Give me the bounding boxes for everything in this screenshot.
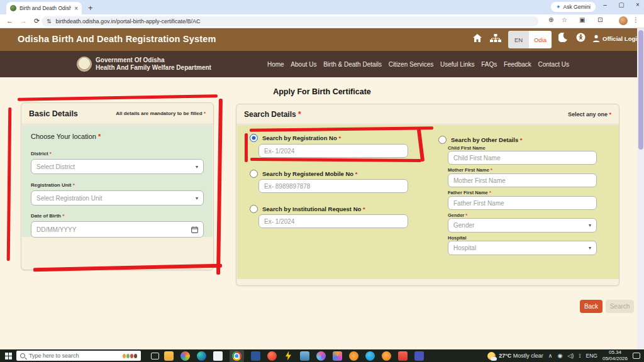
browser-back-button[interactable]: ← <box>6 17 13 25</box>
child-first-name-label: Child First Name <box>448 145 486 151</box>
sticky-notes-icon[interactable] <box>349 351 358 361</box>
new-tab-button[interactable]: + <box>88 3 93 13</box>
blender-icon[interactable] <box>382 351 391 361</box>
language-en-button[interactable]: EN <box>508 31 529 48</box>
ask-gemini-button[interactable]: ✦ Ask Gemini <box>551 2 596 12</box>
window-restore-button[interactable]: ▢ <box>616 1 626 8</box>
profile-avatar[interactable] <box>619 16 628 25</box>
language-odia-button[interactable]: Odia <box>529 31 552 48</box>
browser-tab[interactable]: Birth and Death Odisha × <box>6 2 82 14</box>
registration-no-input[interactable] <box>264 145 402 157</box>
remote-desktop-icon[interactable] <box>300 351 309 361</box>
photos-app-icon[interactable] <box>180 351 190 361</box>
mobile-no-field[interactable] <box>258 179 408 193</box>
window-close-button[interactable]: × <box>633 1 643 8</box>
taskbar-search-box[interactable]: Type here to search <box>16 351 141 361</box>
media-player-icon[interactable] <box>333 351 342 361</box>
mobile-no-option[interactable]: Search by Registered Mobile No * <box>250 170 358 178</box>
institutional-request-input[interactable] <box>264 215 402 228</box>
browser-reload-button[interactable]: ⟳ <box>34 17 40 25</box>
nav-item-useful-links[interactable]: Useful Links <box>440 61 474 68</box>
browser-forward-button[interactable]: → <box>20 17 27 25</box>
mobile-no-radio[interactable] <box>250 170 258 178</box>
tab-close-icon[interactable]: × <box>74 5 78 12</box>
other-details-option[interactable]: Search by Other Details * <box>438 136 523 144</box>
mother-first-name-input[interactable] <box>453 174 591 187</box>
tab-favicon-icon <box>10 5 16 11</box>
edge-browser-icon[interactable] <box>197 351 206 361</box>
institutional-request-field[interactable] <box>258 214 408 228</box>
gender-select[interactable]: Gender ▾ <box>448 218 597 233</box>
windows-logo-icon <box>5 353 12 359</box>
task-view-icon[interactable] <box>151 353 159 359</box>
onedrive-icon[interactable]: ◉ <box>557 353 562 359</box>
child-first-name-input[interactable] <box>453 151 591 164</box>
district-label: District * <box>31 151 204 156</box>
volume-icon[interactable]: ◁) <box>567 353 574 359</box>
anydesk-icon[interactable] <box>398 351 408 361</box>
word-app-icon[interactable] <box>251 351 260 361</box>
nav-item-citizen-services[interactable]: Citizen Services <box>389 61 434 68</box>
dark-mode-moon-icon[interactable] <box>558 33 567 42</box>
hospital-select[interactable]: Hospital ▾ <box>448 241 597 255</box>
district-select[interactable]: Select District ▾ <box>31 159 204 174</box>
bookmark-star-icon[interactable]: ☆ <box>562 16 567 23</box>
registration-no-option[interactable]: Search by Registration No * <box>250 134 341 142</box>
sitemap-icon[interactable] <box>490 34 501 43</box>
address-bar[interactable]: ⇅ birthdeath.odisha.gov.in/portal-birth-… <box>42 16 538 26</box>
opera-browser-icon[interactable] <box>267 351 277 361</box>
date-of-birth-field[interactable] <box>31 221 204 238</box>
nav-item-feedback[interactable]: Feedback <box>504 61 531 68</box>
nav-item-about-us[interactable]: About Us <box>291 61 316 68</box>
extensions-icon[interactable]: ▣ <box>579 16 585 23</box>
father-first-name-field[interactable] <box>448 196 597 210</box>
nav-item-faqs[interactable]: FAQs <box>481 61 497 68</box>
mobile-no-label: Search by Registered Mobile No * <box>262 170 358 177</box>
registration-unit-select[interactable]: Select Registration Unit ▾ <box>31 190 204 206</box>
chrome-browser-icon[interactable] <box>232 351 242 361</box>
file-explorer-icon[interactable] <box>164 351 174 361</box>
official-login-button[interactable]: Official Login <box>592 35 641 42</box>
chrome-active-indicator[interactable] <box>230 350 244 362</box>
department-name: Health And Family Welfare Department <box>96 64 211 71</box>
notification-center-icon[interactable] <box>633 353 640 359</box>
start-button[interactable] <box>0 353 16 359</box>
mobile-no-input[interactable] <box>264 180 402 192</box>
institutional-request-option[interactable]: Search by Institutional Request No * <box>250 205 365 213</box>
registration-no-radio[interactable] <box>250 134 258 142</box>
side-panel-icon[interactable]: ⊡ <box>597 16 602 23</box>
search-button[interactable]: Search <box>606 300 634 313</box>
power-app-icon[interactable] <box>284 351 293 361</box>
accessibility-icon[interactable] <box>576 33 586 42</box>
back-button[interactable]: Back <box>580 300 602 313</box>
other-details-label: Search by Other Details * <box>451 136 523 143</box>
father-first-name-input[interactable] <box>453 197 591 209</box>
zoom-icon[interactable]: ⊕ <box>548 16 553 23</box>
site-info-icon[interactable]: ⇅ <box>47 18 52 25</box>
ask-gemini-label: Ask Gemini <box>564 4 591 10</box>
network-icon[interactable]: ⟟ <box>579 353 580 359</box>
tray-chevron-icon[interactable]: ∧ <box>548 353 553 359</box>
browser-menu-icon[interactable]: ⋮ <box>633 16 639 23</box>
paint-3d-icon[interactable] <box>316 351 326 361</box>
child-first-name-field[interactable] <box>448 151 597 165</box>
window-minimize-button[interactable]: – <box>600 1 610 8</box>
teams-icon[interactable] <box>414 351 424 361</box>
nav-item-birth-death-details[interactable]: Birth & Death Details <box>323 61 382 68</box>
skype-icon[interactable] <box>365 351 375 361</box>
home-icon[interactable] <box>473 34 482 42</box>
mother-first-name-field[interactable] <box>448 173 597 187</box>
input-language-indicator[interactable]: ENG <box>586 353 597 359</box>
taskbar-clock[interactable]: 05.34 05/04/2026 <box>602 349 628 361</box>
weather-widget[interactable]: 27°C Mostly clear <box>487 352 543 360</box>
microsoft-store-icon[interactable] <box>213 351 223 361</box>
date-of-birth-input[interactable] <box>36 222 191 237</box>
other-details-radio[interactable] <box>438 136 447 144</box>
nav-item-home[interactable]: Home <box>267 61 284 68</box>
registration-no-field[interactable] <box>258 144 408 158</box>
language-toggle: EN Odia <box>508 31 552 48</box>
page-scrollbar-thumb[interactable] <box>638 30 643 150</box>
calendar-icon[interactable] <box>191 226 198 233</box>
institutional-request-radio[interactable] <box>250 205 258 213</box>
nav-item-contact-us[interactable]: Contact Us <box>538 61 569 68</box>
